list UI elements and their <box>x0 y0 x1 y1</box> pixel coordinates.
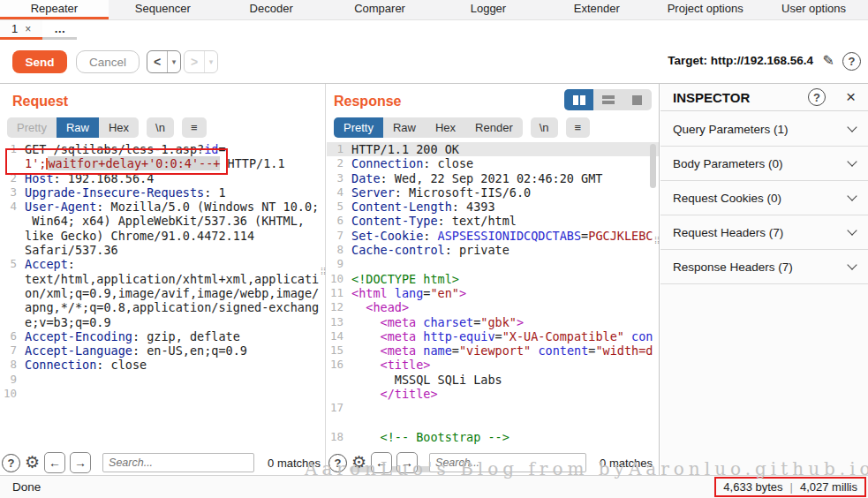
gear-icon[interactable]: ⚙ <box>351 454 366 472</box>
back-dropdown-icon[interactable]: ▾ <box>167 51 180 72</box>
code-line: 2Connection: close <box>327 156 659 170</box>
layout-rows-icon[interactable] <box>593 89 623 110</box>
search-help-icon[interactable]: ? <box>328 454 347 472</box>
section-request-headers[interactable]: Request Headers (7) <box>660 215 868 250</box>
code-line: 9 <box>327 257 659 271</box>
request-tab-raw[interactable]: Raw <box>57 117 99 138</box>
chevron-down-icon[interactable] <box>847 191 857 200</box>
line-number: 3 <box>0 185 21 200</box>
code-line: apng,*/*;q=0.8,application/signed-exchan… <box>0 300 325 314</box>
response-menu-icon[interactable]: ≡ <box>566 117 591 138</box>
inspector-close-icon[interactable]: × <box>846 87 856 107</box>
response-tab-pretty[interactable]: Pretty <box>334 117 383 138</box>
line-number: 6 <box>327 214 348 228</box>
code-line <box>327 416 659 430</box>
line-number <box>327 373 348 387</box>
line-number: 11 <box>327 286 348 300</box>
response-vertical-scrollbar[interactable] <box>650 144 656 188</box>
response-time: 4,027 millis <box>800 480 857 494</box>
layout-toggle-group <box>564 89 652 110</box>
line-number: 18 <box>327 430 348 444</box>
inspector-panel: INSPECTOR ? × Query Parameters (1) Body … <box>660 84 868 475</box>
tab-project-options[interactable]: Project options <box>651 0 759 19</box>
request-tab-hex[interactable]: Hex <box>99 117 139 138</box>
response-metrics-annotation: 4,633 bytes | 4,027 millis <box>714 477 866 497</box>
request-search-input[interactable] <box>102 453 254 472</box>
section-label: Request Cookies (0) <box>673 192 781 205</box>
close-tab-icon[interactable]: × <box>25 23 31 35</box>
code-line: </title> <box>327 387 659 401</box>
section-body-parameters[interactable]: Body Parameters (0) <box>660 147 868 181</box>
prev-match-button[interactable]: ← <box>371 452 392 473</box>
response-newline-toggle[interactable]: \n <box>531 117 558 138</box>
help-icon[interactable]: ? <box>842 52 861 71</box>
forward-button[interactable]: > ▾ <box>184 50 218 73</box>
inspector-help-icon[interactable]: ? <box>808 88 826 106</box>
code-line: Safari/537.36 <box>0 243 325 257</box>
inspector-resize-handle[interactable]: ⁞⁞ <box>654 238 660 242</box>
chevron-down-icon[interactable] <box>847 260 857 269</box>
tab-sequencer[interactable]: Sequencer <box>109 0 217 19</box>
request-resize-handle[interactable]: ⁞⁞ <box>321 269 326 273</box>
code-line: 4User-Agent: Mozilla/5.0 (Windows NT 10.… <box>0 200 325 214</box>
next-match-button[interactable]: → <box>70 452 91 473</box>
section-request-cookies[interactable]: Request Cookies (0) <box>660 181 868 215</box>
tab-logger[interactable]: Logger <box>434 0 543 19</box>
prev-match-button[interactable]: ← <box>44 452 65 473</box>
section-label: Response Headers (7) <box>673 260 793 274</box>
edit-target-icon[interactable]: ✎ <box>823 52 834 69</box>
inspector-title: INSPECTOR <box>673 90 750 105</box>
tab-decoder[interactable]: Decoder <box>217 0 326 19</box>
response-tab-render[interactable]: Render <box>465 117 523 138</box>
line-number: 5 <box>0 257 21 271</box>
code-line: MSSQL SQLi Labs <box>327 373 659 387</box>
response-search-input[interactable] <box>429 453 586 472</box>
request-editor[interactable]: 1GET /sqlilabs/less-1.asp?id=1';waitfor+… <box>0 142 325 473</box>
tab-comparer[interactable]: Comparer <box>326 0 434 19</box>
chevron-down-icon[interactable] <box>847 122 857 132</box>
request-menu-icon[interactable]: ≡ <box>182 117 207 138</box>
session-tab-1[interactable]: 1 × <box>0 20 42 40</box>
cancel-button[interactable]: Cancel <box>76 50 140 73</box>
forward-icon: > <box>185 51 204 72</box>
next-match-button[interactable]: → <box>396 452 418 473</box>
line-number: 2 <box>0 171 21 185</box>
line-number: 14 <box>327 329 348 343</box>
gear-icon[interactable]: ⚙ <box>25 454 40 472</box>
section-query-parameters[interactable]: Query Parameters (1) <box>660 112 868 147</box>
line-number: 1 <box>0 142 21 156</box>
response-search-bar: ? ⚙ ← → 0 matches <box>328 450 658 475</box>
response-tab-raw[interactable]: Raw <box>383 117 426 138</box>
status-bar: Done 4,633 bytes | 4,027 millis <box>0 475 868 498</box>
tab-extender[interactable]: Extender <box>542 0 651 19</box>
chevron-down-icon[interactable] <box>847 156 857 166</box>
response-view-tabs: Pretty Raw Hex Render \n ≡ <box>334 117 590 138</box>
code-line: 8Cache-control: private <box>327 243 659 257</box>
session-tab-more[interactable]: … <box>42 20 77 40</box>
section-label: Body Parameters (0) <box>673 157 783 170</box>
response-editor[interactable]: 1HTTP/1.1 200 OK2Connection: close3Date:… <box>327 142 659 473</box>
section-label: Request Headers (7) <box>673 226 783 239</box>
search-help-icon[interactable]: ? <box>2 454 20 472</box>
send-button[interactable]: Send <box>12 50 67 73</box>
request-newline-toggle[interactable]: \n <box>147 117 174 138</box>
tab-repeater[interactable]: Repeater <box>0 0 109 19</box>
session-tab-label: 1 <box>11 22 18 35</box>
request-tab-pretty[interactable]: Pretty <box>7 117 57 138</box>
layout-columns-icon[interactable] <box>564 89 593 110</box>
code-line: 8Connection: close <box>0 358 325 372</box>
line-number: 7 <box>0 343 21 358</box>
line-number: 12 <box>327 300 348 314</box>
chevron-down-icon[interactable] <box>847 225 857 235</box>
back-button[interactable]: < ▾ <box>147 50 181 73</box>
tab-user-options[interactable]: User options <box>759 0 868 19</box>
section-response-headers[interactable]: Response Headers (7) <box>660 250 868 284</box>
line-number: 5 <box>327 200 348 214</box>
response-panel: Response Pretty Raw Hex Render \n ≡ 1HTT… <box>327 84 660 475</box>
request-panel-title: Request <box>12 94 68 109</box>
code-line: 3Upgrade-Insecure-Requests: 1 <box>0 185 325 200</box>
layout-single-icon[interactable] <box>623 89 652 110</box>
line-number: 10 <box>0 387 21 401</box>
response-tab-hex[interactable]: Hex <box>426 117 465 138</box>
code-line: e;v=b3;q=0.9 <box>0 315 325 329</box>
